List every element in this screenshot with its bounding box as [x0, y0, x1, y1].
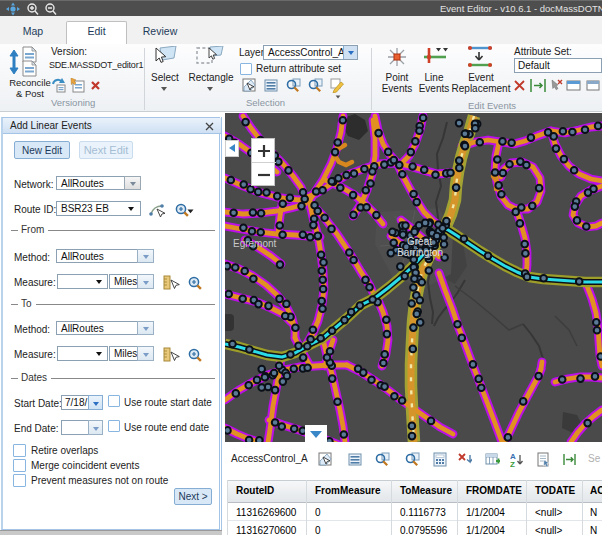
svg-text:Z: Z — [510, 460, 515, 467]
svg-text:Barrington: Barrington — [397, 247, 443, 258]
svg-text:Great: Great — [407, 236, 432, 247]
svg-text:Egremont: Egremont — [233, 238, 277, 249]
